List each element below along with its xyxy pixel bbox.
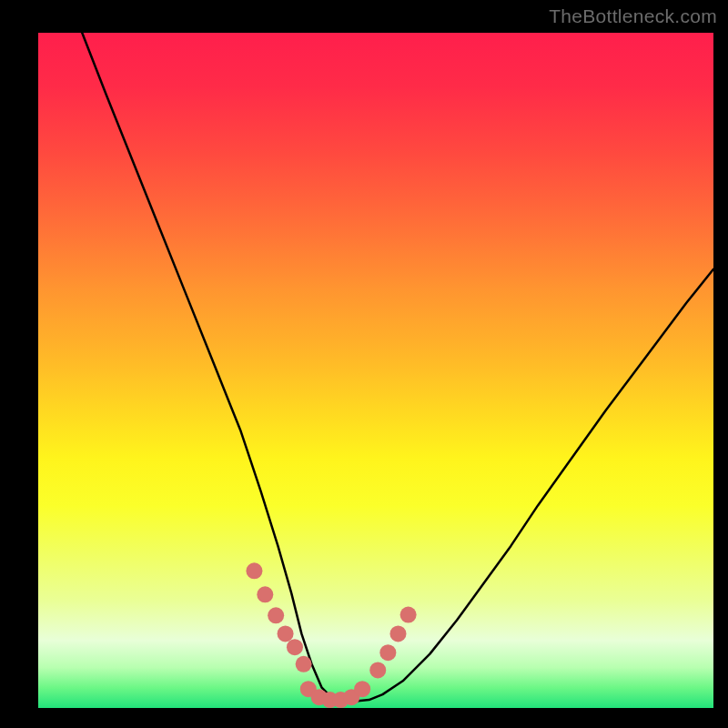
svg-point-13: [379, 644, 396, 661]
svg-point-15: [400, 607, 417, 623]
svg-point-5: [296, 656, 312, 672]
svg-point-0: [246, 562, 262, 579]
svg-point-3: [278, 625, 294, 642]
highlight-dots: [246, 562, 416, 708]
svg-point-12: [369, 662, 386, 678]
chart-frame: TheBottleneck.com: [0, 0, 728, 728]
svg-point-11: [354, 681, 370, 697]
svg-point-1: [257, 586, 273, 602]
svg-point-4: [287, 639, 303, 655]
chart-svg: [38, 33, 713, 708]
svg-point-14: [389, 625, 406, 642]
plot-area: [38, 33, 713, 708]
watermark-text: TheBottleneck.com: [549, 5, 717, 27]
bottleneck-curve: [82, 33, 713, 702]
svg-point-2: [268, 607, 284, 623]
